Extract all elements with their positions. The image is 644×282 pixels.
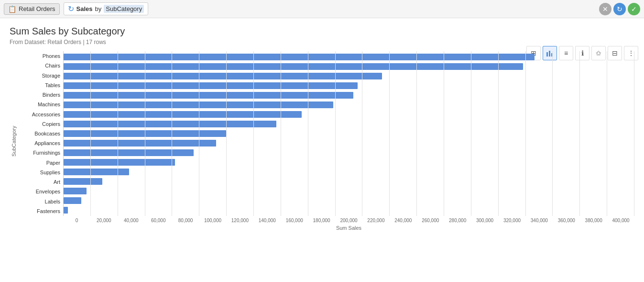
x-axis: 020,00040,00060,00080,000100,000120,0001…: [63, 216, 634, 223]
y-label: Fasteners: [20, 206, 60, 216]
bar-row: [64, 167, 634, 177]
bar-fill: [64, 102, 333, 108]
y-label: Machines: [20, 100, 60, 109]
x-tick: 140,000: [253, 218, 281, 223]
bar-row: [64, 148, 634, 158]
y-label: Furnishings: [20, 148, 60, 158]
bar-row: [64, 81, 634, 90]
y-label: Storage: [20, 71, 60, 80]
bar-row: [64, 158, 634, 167]
bar-fill: [64, 178, 102, 185]
sheet-icon: 📋: [8, 5, 16, 13]
x-tick: 160,000: [281, 218, 308, 223]
retail-orders-label: Retail Orders: [19, 5, 55, 12]
bar-fill: [64, 54, 535, 60]
bar-row: [64, 177, 634, 186]
y-axis-label: SubCategory: [10, 51, 18, 231]
y-label: Chairs: [20, 61, 60, 70]
tab-icon: ↻: [68, 4, 74, 13]
bar-row: [64, 205, 634, 215]
confirm-button[interactable]: ✓: [628, 3, 640, 15]
bar-row: [64, 129, 634, 138]
tab-sales-label: Sales: [76, 5, 93, 12]
bar-fill: [64, 159, 175, 166]
bar-row: [64, 138, 634, 148]
bar-row: [64, 71, 634, 81]
y-label: Envelopes: [20, 187, 60, 196]
bar-fill: [64, 149, 194, 156]
bar-row: [64, 186, 634, 196]
x-tick: 340,000: [525, 218, 553, 223]
bars-area: PhonesChairsStorageTablesBindersMachines…: [20, 51, 634, 216]
bar-fill: [64, 63, 523, 70]
bar-fill: [64, 169, 129, 175]
x-tick: 0: [63, 218, 90, 223]
y-label: Supplies: [20, 168, 60, 177]
bar-fill: [64, 111, 302, 118]
x-tick: 380,000: [580, 218, 607, 223]
x-tick: 260,000: [417, 218, 444, 223]
x-tick: 300,000: [471, 218, 499, 223]
x-axis-label: Sum Sales: [63, 225, 634, 231]
bar-fill: [64, 82, 358, 89]
y-label: Paper: [20, 158, 60, 168]
chart-subtitle: From Dataset: Retail Orders | 17 rows: [10, 39, 634, 45]
chart-container: SubCategory PhonesChairsStorageTablesBin…: [10, 51, 634, 231]
bars-grid: [63, 51, 634, 216]
close-button[interactable]: ✕: [599, 3, 611, 15]
content-area: ⊞ ≡ ℹ ✩ ⊟ ⋮ Sum Sales by Subcategory Fro…: [0, 18, 644, 238]
y-label: Labels: [20, 197, 60, 206]
refresh-button[interactable]: ↻: [613, 3, 626, 15]
x-tick: 100,000: [199, 218, 227, 223]
x-tick: 240,000: [390, 218, 417, 223]
y-label: Copiers: [20, 119, 60, 129]
x-tick: 60,000: [145, 218, 172, 223]
x-tick: 20,000: [90, 218, 118, 223]
y-label: Bookcases: [20, 129, 60, 138]
y-label: Binders: [20, 90, 60, 100]
page-wrapper: 📋 Retail Orders ↻ Sales by SubCategory ✕…: [0, 0, 644, 238]
chart-inner: SubCategory PhonesChairsStorageTablesBin…: [10, 51, 634, 231]
x-tick: 180,000: [308, 218, 335, 223]
bar-fill: [64, 121, 276, 127]
y-label: Phones: [20, 51, 60, 61]
x-tick: 360,000: [553, 218, 580, 223]
y-labels: PhonesChairsStorageTablesBindersMachines…: [20, 51, 63, 216]
tab-by-label: by: [95, 5, 102, 12]
x-tick: 120,000: [226, 218, 253, 223]
sales-subcategory-tab[interactable]: ↻ Sales by SubCategory: [64, 2, 149, 15]
bars-rows: [64, 51, 634, 216]
bar-fill: [64, 130, 226, 137]
x-tick: 280,000: [444, 218, 471, 223]
y-label: Tables: [20, 80, 60, 90]
tab-subcategory-label: SubCategory: [104, 5, 144, 13]
bar-row: [64, 62, 634, 71]
bar-fill: [64, 92, 353, 99]
retail-orders-tab[interactable]: 📋 Retail Orders: [4, 3, 60, 15]
bar-fill: [64, 140, 216, 147]
x-tick: 400,000: [607, 218, 634, 223]
chart-title: Sum Sales by Subcategory: [10, 26, 634, 37]
bar-fill: [64, 197, 81, 204]
bar-row: [64, 52, 634, 62]
bar-row: [64, 110, 634, 119]
bar-fill: [64, 207, 68, 214]
bar-row: [64, 196, 634, 205]
x-tick: 320,000: [499, 218, 526, 223]
y-label: Accessories: [20, 110, 60, 119]
x-tick: 200,000: [335, 218, 362, 223]
bar-fill: [64, 188, 87, 194]
chart-body: PhonesChairsStorageTablesBindersMachines…: [20, 51, 634, 231]
bar-row: [64, 119, 634, 129]
top-bar-right: ✕ ↻ ✓: [599, 3, 640, 15]
y-label: Art: [20, 177, 60, 187]
x-tick: 220,000: [362, 218, 390, 223]
y-label: Appliances: [20, 138, 60, 148]
top-bar-left: 📋 Retail Orders ↻ Sales by SubCategory: [4, 2, 148, 15]
top-bar: 📋 Retail Orders ↻ Sales by SubCategory ✕…: [0, 0, 644, 18]
bar-fill: [64, 73, 382, 79]
bar-row: [64, 90, 634, 100]
bar-row: [64, 100, 634, 110]
x-tick: 80,000: [172, 218, 199, 223]
x-tick: 40,000: [118, 218, 145, 223]
